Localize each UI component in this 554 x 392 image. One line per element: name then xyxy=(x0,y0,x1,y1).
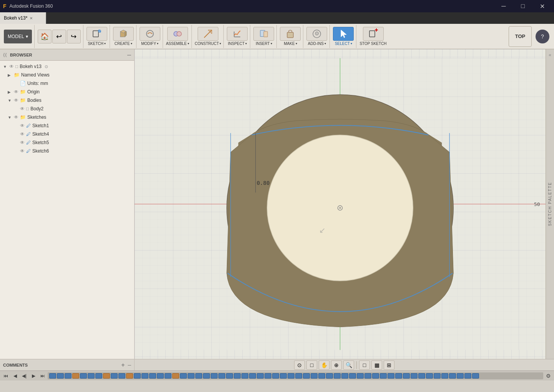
timeline-item-42[interactable] xyxy=(372,373,379,379)
timeline-item-2[interactable] xyxy=(65,373,72,379)
timeline-item-32[interactable] xyxy=(295,373,302,379)
timeline-to-start[interactable]: ⏮ xyxy=(2,372,10,380)
add-ins-button[interactable]: ⚙ xyxy=(306,27,327,41)
timeline-item-44[interactable] xyxy=(388,373,394,379)
timeline-item-14[interactable] xyxy=(157,373,164,379)
comments-collapse[interactable]: ─ xyxy=(128,362,131,368)
add-comment-button[interactable]: + xyxy=(121,362,125,369)
tree-item-bodies[interactable]: ▼ 👁 📁 Bodies xyxy=(0,96,134,105)
timeline-item-48[interactable] xyxy=(418,373,425,379)
timeline-item-34[interactable] xyxy=(311,373,318,379)
timeline-item-26[interactable] xyxy=(249,373,256,379)
timeline-item-40[interactable] xyxy=(357,373,364,379)
tree-eye-sketches[interactable]: 👁 xyxy=(14,115,18,120)
grid-display-button[interactable]: ▦ xyxy=(371,360,382,370)
timeline-item-53[interactable] xyxy=(457,373,464,379)
tree-item-named-views[interactable]: ▶ 📁 Named Views xyxy=(0,71,134,79)
timeline-item-38[interactable] xyxy=(341,373,348,379)
timeline-item-20[interactable] xyxy=(203,373,210,379)
tree-eye-sketch1[interactable]: 👁 xyxy=(20,123,25,128)
modify-button[interactable] xyxy=(140,27,160,41)
tree-eye-body2[interactable]: 👁 xyxy=(20,106,25,111)
timeline-item-13[interactable] xyxy=(149,373,156,379)
tree-item-origin[interactable]: ▶ 👁 📁 Origin xyxy=(0,88,134,96)
timeline-item-6[interactable] xyxy=(95,373,102,379)
timeline-item-30[interactable] xyxy=(280,373,287,379)
timeline-item-43[interactable] xyxy=(380,373,387,379)
make-button[interactable] xyxy=(280,27,301,41)
timeline-item-52[interactable] xyxy=(449,373,456,379)
timeline-settings[interactable]: ⚙ xyxy=(544,372,552,380)
timeline-item-55[interactable] xyxy=(472,373,479,379)
timeline-item-9[interactable] xyxy=(118,373,125,379)
timeline-item-28[interactable] xyxy=(265,373,271,379)
timeline-item-12[interactable] xyxy=(141,373,148,379)
timeline-item-3[interactable] xyxy=(72,373,79,379)
timeline-item-5[interactable] xyxy=(88,373,95,379)
tree-item-root[interactable]: ▼ 👁 □ Bokeh v13 ⊙ xyxy=(0,62,134,71)
timeline-item-8[interactable] xyxy=(111,373,118,379)
browser-pin[interactable]: ─ xyxy=(127,52,131,58)
tree-item-sketch6[interactable]: 👁 🖊 Sketch6 xyxy=(0,147,134,155)
timeline-item-27[interactable] xyxy=(257,373,264,379)
timeline-item-33[interactable] xyxy=(303,373,310,379)
timeline-item-31[interactable] xyxy=(288,373,294,379)
redo-button[interactable]: ↪ xyxy=(67,30,81,43)
timeline-item-15[interactable] xyxy=(165,373,171,379)
timeline-item-16[interactable] xyxy=(172,373,179,379)
timeline-item-45[interactable] xyxy=(395,373,402,379)
sketch-button[interactable] xyxy=(87,27,107,41)
timeline-item-24[interactable] xyxy=(234,373,241,379)
create-button[interactable] xyxy=(113,27,134,41)
home-button[interactable]: 🏠 xyxy=(38,30,52,43)
top-view-button[interactable]: TOP xyxy=(509,26,532,47)
timeline-step-back[interactable]: ◀| xyxy=(20,372,28,380)
select-button[interactable] xyxy=(333,27,354,41)
construct-button[interactable] xyxy=(198,27,218,41)
tree-eye-sketch5[interactable]: 👁 xyxy=(20,140,25,145)
snap-display-button[interactable]: ⊞ xyxy=(384,360,394,370)
tree-eye-origin[interactable]: 👁 xyxy=(14,89,18,95)
timeline-item-36[interactable] xyxy=(326,373,333,379)
timeline-item-29[interactable] xyxy=(272,373,279,379)
timeline-item-19[interactable] xyxy=(195,373,202,379)
timeline-item-7[interactable] xyxy=(103,373,110,379)
timeline-item-46[interactable] xyxy=(403,373,410,379)
timeline-item-49[interactable] xyxy=(426,373,433,379)
close-button[interactable]: ✕ xyxy=(533,0,551,12)
timeline-item-25[interactable] xyxy=(241,373,248,379)
timeline-play[interactable]: ▶ xyxy=(29,372,38,380)
undo-button[interactable]: ↩ xyxy=(52,30,66,43)
timeline-item-50[interactable] xyxy=(434,373,441,379)
timeline-item-37[interactable] xyxy=(334,373,341,379)
tree-item-sketches[interactable]: ▼ 👁 📁 Sketches xyxy=(0,113,134,121)
tree-item-sketch4[interactable]: 👁 🖊 Sketch4 xyxy=(0,130,134,138)
inspect-button[interactable] xyxy=(227,27,248,41)
timeline-to-end[interactable]: ⏭ xyxy=(38,372,47,380)
tree-eye-bodies[interactable]: 👁 xyxy=(14,98,18,103)
tab-close-button[interactable]: ✕ xyxy=(30,16,33,20)
timeline-prev[interactable]: ◀ xyxy=(11,372,19,380)
timeline-item-23[interactable] xyxy=(226,373,233,379)
timeline-item-39[interactable] xyxy=(349,373,356,379)
active-tab[interactable]: Bokeh v13* ✕ xyxy=(0,12,46,24)
timeline-item-41[interactable] xyxy=(364,373,371,379)
assemble-button[interactable] xyxy=(167,27,188,41)
timeline-item-11[interactable] xyxy=(134,373,141,379)
tree-item-sketch1[interactable]: 👁 🖊 Sketch1 xyxy=(0,121,134,130)
pan-snap-button[interactable]: □ xyxy=(306,360,317,370)
timeline-item-54[interactable] xyxy=(464,373,471,379)
tree-eye-sketch4[interactable]: 👁 xyxy=(20,131,25,137)
tree-eye-sketch6[interactable]: 👁 xyxy=(20,148,25,154)
minimize-button[interactable]: ─ xyxy=(495,0,512,12)
timeline-item-10[interactable] xyxy=(126,373,133,379)
timeline-item-0[interactable] xyxy=(49,373,56,379)
help-button[interactable]: ? xyxy=(536,30,549,43)
pan-button[interactable]: ✋ xyxy=(319,360,329,370)
timeline-item-22[interactable] xyxy=(218,373,225,379)
tree-eye-root[interactable]: 👁 xyxy=(9,64,14,69)
tree-item-body2[interactable]: 👁 □ Body2 xyxy=(0,105,134,113)
palette-collapse-icon[interactable]: « xyxy=(549,52,551,58)
sketch-palette[interactable]: « SKETCH PALETTE xyxy=(546,49,554,359)
timeline-item-35[interactable] xyxy=(318,373,325,379)
